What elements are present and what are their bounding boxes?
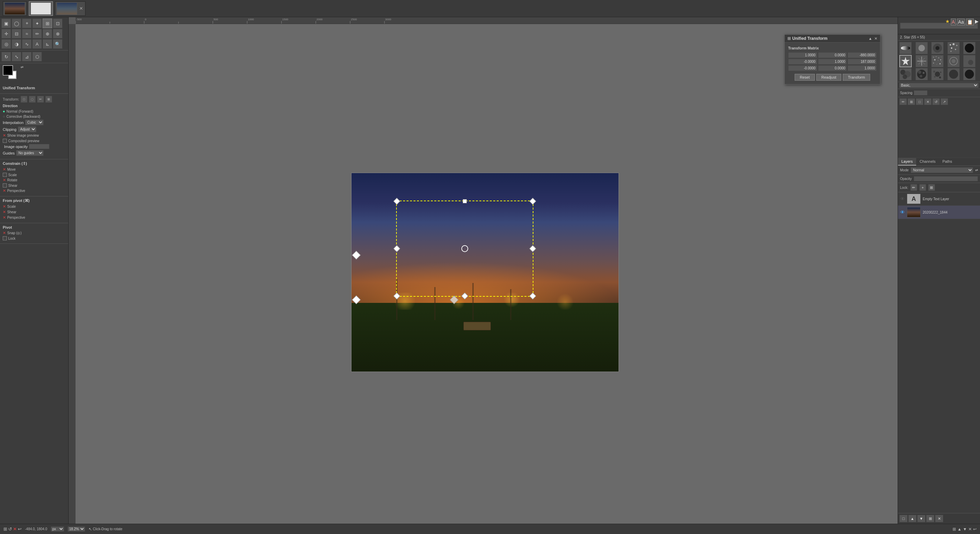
- brush-item-7[interactable]: [915, 55, 928, 67]
- status-cancel-icon[interactable]: ✕: [13, 526, 17, 532]
- status-icon-5[interactable]: ↩: [973, 527, 977, 532]
- brush-delete-icon[interactable]: ✕: [924, 98, 932, 105]
- pivot-snap-cb[interactable]: ✕: [3, 231, 6, 235]
- pivot-shear-cb[interactable]: ✕: [3, 210, 6, 214]
- brush-item-8[interactable]: [931, 55, 943, 67]
- tab-layers[interactable]: Layers: [898, 158, 916, 166]
- status-tool-icon[interactable]: ⊞: [3, 526, 7, 532]
- tool-dodge[interactable]: ◑: [12, 39, 21, 49]
- canvas-image[interactable]: [351, 173, 619, 372]
- layer-visibility-text[interactable]: 👁: [900, 196, 905, 202]
- tool-blur[interactable]: ◎: [2, 39, 11, 49]
- status-apply-icon[interactable]: ↩: [18, 526, 22, 532]
- tool-warp[interactable]: ≈: [22, 29, 32, 38]
- image-opacity-input[interactable]: 100.0: [29, 144, 49, 149]
- brush-item-12[interactable]: [915, 68, 928, 80]
- tool-measure[interactable]: ⊾: [43, 39, 52, 49]
- tab-paths[interactable]: Paths: [939, 158, 956, 166]
- lock-position-btn[interactable]: +: [919, 184, 926, 191]
- status-zoom-select[interactable]: 18.2% 25% 50% 100%: [68, 526, 85, 532]
- tool-perspective[interactable]: ⬡: [32, 52, 42, 62]
- transform-button[interactable]: Transform: [843, 74, 870, 81]
- constrain-shear-cb[interactable]: [3, 183, 7, 188]
- show-preview-checkbox[interactable]: ✕: [3, 133, 6, 138]
- tool-scale2[interactable]: ⤡: [12, 52, 21, 62]
- status-icon-4[interactable]: ✕: [968, 527, 972, 532]
- tool-shear[interactable]: ⊿: [22, 52, 32, 62]
- constrain-rotate-cb[interactable]: ✕: [3, 178, 6, 182]
- tool-smudge[interactable]: ∿: [22, 39, 32, 49]
- tool-fuzzy-select[interactable]: ✦: [32, 19, 42, 28]
- guides-select[interactable]: No guides Center lines: [16, 150, 44, 156]
- constrain-scale-cb[interactable]: [3, 173, 7, 177]
- interpolation-select[interactable]: Cubic None Linear: [25, 120, 44, 125]
- transform-handle-tm[interactable]: [463, 199, 467, 203]
- constrain-move-cb[interactable]: ✕: [3, 167, 6, 172]
- brush-copy-icon[interactable]: □: [916, 98, 923, 105]
- status-icon-2[interactable]: ▲: [957, 527, 961, 532]
- tool-rotate[interactable]: ↻: [2, 52, 11, 62]
- lock-alpha-btn[interactable]: ⊞: [928, 184, 935, 191]
- layer-item-text[interactable]: 👁 A Empty Text Layer: [898, 192, 980, 206]
- clipboard-icon[interactable]: 📋: [966, 19, 974, 26]
- layer-raise-btn[interactable]: ▲: [908, 515, 916, 522]
- brush-category-select[interactable]: Basic,: [899, 83, 978, 88]
- mode-select[interactable]: Normal Multiply Screen: [911, 167, 973, 173]
- layer-visibility-photo[interactable]: 👁: [900, 209, 905, 215]
- tool-heal[interactable]: ⊕: [43, 29, 52, 38]
- brush-item-3[interactable]: [931, 42, 943, 54]
- panel-expand-icon[interactable]: ▶: [975, 19, 978, 26]
- tool-text[interactable]: A: [32, 39, 42, 49]
- dialog-close-icon[interactable]: ✕: [874, 37, 877, 41]
- transform-type-layer[interactable]: □: [21, 96, 27, 103]
- brush-export-icon[interactable]: ↗: [940, 98, 948, 105]
- bookmark-icon[interactable]: ★: [945, 19, 950, 26]
- status-unit-select[interactable]: px in mm: [51, 526, 64, 532]
- foreground-color[interactable]: [3, 65, 13, 75]
- tab-channels[interactable]: Channels: [916, 158, 939, 166]
- opacity-input[interactable]: 100.0: [914, 176, 978, 181]
- layer-item-photo[interactable]: 👁 20200222_1844: [898, 206, 980, 219]
- layer-delete-btn[interactable]: ✕: [935, 515, 943, 522]
- tab-white[interactable]: [29, 2, 53, 16]
- tool-ellipse-select[interactable]: ◯: [12, 19, 21, 28]
- transform-handle-center[interactable]: [461, 245, 468, 252]
- brush-item-10[interactable]: [963, 55, 975, 67]
- canvas-area[interactable]: -500 0 500 1000 1500 2000 2500 3000: [68, 17, 897, 524]
- brush-refresh-icon[interactable]: ↺: [932, 98, 940, 105]
- canvas-content[interactable]: ⊞ Unified Transform ▲ ✕ Transform Matrix…: [76, 24, 897, 524]
- status-reset-icon[interactable]: ↺: [8, 526, 12, 532]
- reset-button[interactable]: Reset: [795, 74, 815, 81]
- tab-close-mountain[interactable]: ✕: [79, 6, 84, 11]
- mode-arrows-icon[interactable]: ⇄: [975, 168, 978, 172]
- brush-item-11[interactable]: [899, 68, 912, 80]
- transform-type-path[interactable]: ✂: [37, 96, 44, 103]
- brush-item-5[interactable]: [963, 42, 975, 54]
- layer-new-btn[interactable]: □: [899, 515, 908, 522]
- pivot-perspective-cb[interactable]: ✕: [3, 215, 6, 220]
- brush-item-4[interactable]: [947, 42, 960, 54]
- transform-type-image[interactable]: ⊞: [45, 96, 52, 103]
- tool-paint[interactable]: ✏: [32, 29, 42, 38]
- status-icon-3[interactable]: ▼: [963, 527, 967, 532]
- status-icon-1[interactable]: ⊞: [953, 527, 956, 532]
- tool-clone[interactable]: ⊗: [53, 29, 62, 38]
- brush-item-14[interactable]: [947, 68, 960, 80]
- tool-move[interactable]: ✛: [2, 29, 11, 38]
- dialog-minimize-icon[interactable]: ▲: [869, 37, 872, 41]
- brush-edit-icon[interactable]: ✏: [899, 98, 907, 105]
- brush-star[interactable]: [899, 55, 912, 67]
- tool-align[interactable]: ⊟: [12, 29, 21, 38]
- tab-mountain[interactable]: ✕: [55, 2, 86, 16]
- brush-item-15[interactable]: [963, 68, 975, 80]
- tool-zoom[interactable]: 🔍: [53, 39, 62, 49]
- swap-colors-icon[interactable]: ⇄: [21, 65, 23, 69]
- tool-crop[interactable]: ⊡: [53, 19, 62, 28]
- tab-landscape[interactable]: [3, 2, 27, 16]
- lock-pixels-btn[interactable]: ✏: [910, 184, 917, 191]
- direction-normal-radio[interactable]: ●: [3, 109, 5, 113]
- tool-rect-select[interactable]: ▣: [2, 19, 11, 28]
- brush-item-2[interactable]: [915, 42, 928, 54]
- palette-icon[interactable]: A: [951, 19, 956, 26]
- brush-duplicate-icon[interactable]: ⊞: [908, 98, 915, 105]
